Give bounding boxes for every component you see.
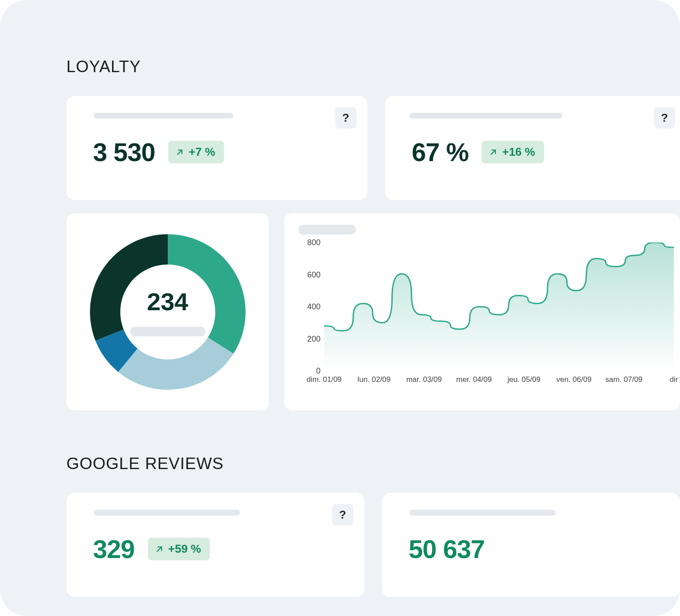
svg-line-0	[178, 150, 182, 154]
donut-center-value: 234	[147, 287, 188, 316]
trend-up-icon	[155, 545, 164, 554]
y-axis-ticks: 0200400600800	[298, 243, 324, 371]
donut-center: 234	[86, 230, 250, 394]
delta-badge: +59 %	[148, 538, 210, 560]
x-tick-label: sam. 07/09	[605, 375, 642, 384]
google-reviews-card-2: 50 637	[382, 493, 680, 597]
donut-card: 234	[66, 213, 269, 410]
delta-badge: +16 %	[482, 141, 544, 163]
delta-value: +7 %	[189, 145, 215, 159]
x-tick-label: lun. 02/09	[358, 375, 391, 384]
donut-chart: 234	[86, 230, 250, 394]
delta-value: +16 %	[502, 145, 535, 159]
chart-area: 0200400600800 dim. 01/09lun. 02/09mar. 0…	[298, 243, 665, 389]
stat-value-row: 50 637	[409, 534, 662, 564]
delta-value: +59 %	[168, 542, 201, 556]
google-reviews-row: ? 329 +59 % 50 637	[66, 493, 680, 597]
x-tick-label: dim. 01/09	[306, 375, 341, 384]
stat-value: 329	[93, 534, 135, 564]
stat-value: 3 530	[93, 137, 155, 167]
loyalty-stat-row: ? 3 530 +7 % ? 67 % +16 %	[66, 96, 680, 200]
section-title-google-reviews: GOOGLE REVIEWS	[66, 454, 680, 473]
help-icon: ?	[339, 508, 346, 522]
y-tick-label: 400	[307, 302, 321, 312]
stat-title-placeholder	[410, 113, 562, 119]
chart-title-placeholder	[298, 225, 356, 235]
x-tick-label: jeu. 05/09	[507, 375, 541, 384]
x-tick-label: mer. 04/09	[456, 375, 492, 384]
x-tick-label: ven. 06/09	[556, 375, 591, 384]
help-button[interactable]: ?	[335, 107, 356, 128]
stat-value-row: 3 530 +7 %	[93, 137, 350, 167]
y-tick-label: 800	[307, 238, 321, 247]
google-reviews-section: GOOGLE REVIEWS ? 329 +59 % 50 637	[66, 454, 680, 597]
trend-up-icon	[489, 148, 498, 157]
google-reviews-card-1: ? 329 +59 %	[66, 493, 364, 597]
trend-up-icon	[175, 148, 184, 157]
delta-badge: +7 %	[168, 141, 224, 163]
y-tick-label: 600	[307, 270, 321, 280]
help-button[interactable]: ?	[654, 107, 675, 128]
help-button[interactable]: ?	[332, 504, 353, 525]
donut-label-placeholder	[130, 327, 205, 336]
loyalty-stat-card-2: ? 67 % +16 %	[385, 96, 680, 200]
loyalty-stat-card-1: ? 3 530 +7 %	[66, 96, 367, 200]
svg-line-1	[491, 150, 495, 154]
help-icon: ?	[342, 111, 349, 125]
area-chart-card: 0200400600800 dim. 01/09lun. 02/09mar. 0…	[284, 213, 680, 410]
stat-value-row: 329 +59 %	[93, 534, 347, 564]
svg-line-2	[157, 547, 162, 551]
dashboard-page: LOYALTY ? 3 530 +7 % ? 67 %	[0, 0, 680, 616]
chart-area-fill	[324, 243, 674, 371]
stat-value: 50 637	[409, 534, 484, 564]
y-tick-label: 0	[316, 366, 321, 376]
stat-title-placeholder	[94, 113, 233, 119]
x-tick-label: dir	[670, 375, 678, 384]
stat-title-placeholder	[410, 510, 556, 516]
help-icon: ?	[661, 111, 668, 125]
x-axis-ticks: dim. 01/09lun. 02/09mar. 03/09mer. 04/09…	[324, 375, 665, 389]
stat-value: 67 %	[412, 137, 468, 167]
x-tick-label: mar. 03/09	[406, 375, 442, 384]
section-title-loyalty: LOYALTY	[66, 58, 680, 76]
area-chart-svg	[324, 243, 674, 371]
stat-value-row: 67 % +16 %	[412, 137, 668, 167]
y-tick-label: 200	[307, 335, 321, 344]
stat-title-placeholder	[94, 510, 240, 516]
loyalty-charts-row: 234 0200400600800 dim. 01/09lun.	[66, 213, 680, 410]
